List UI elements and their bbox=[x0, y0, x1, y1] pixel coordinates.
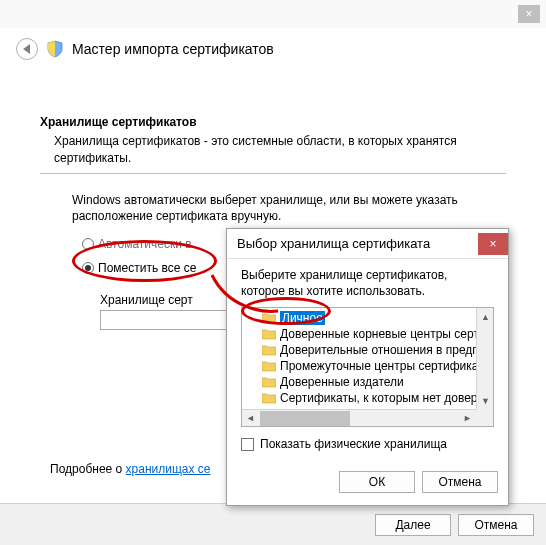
modal-cancel-button[interactable]: Отмена bbox=[422, 471, 498, 493]
modal-ok-button[interactable]: ОК bbox=[339, 471, 415, 493]
folder-icon bbox=[262, 393, 276, 404]
folder-icon bbox=[262, 345, 276, 356]
scroll-right-icon[interactable]: ► bbox=[459, 410, 476, 427]
wizard-footer: Далее Отмена bbox=[0, 503, 546, 545]
learn-link[interactable]: хранилищах се bbox=[126, 462, 211, 476]
tree-label: Промежуточные центры сертификации bbox=[280, 359, 494, 373]
tree-item-root-ca[interactable]: Доверенные корневые центры сертиф bbox=[242, 326, 493, 342]
tree-box: Личное Доверенные корневые центры сертиф… bbox=[241, 307, 494, 427]
section-title: Хранилище сертификатов bbox=[40, 115, 506, 129]
folder-icon bbox=[262, 329, 276, 340]
folder-icon bbox=[262, 377, 276, 388]
tree-item-enterprise-trust[interactable]: Доверительные отношения в предпри bbox=[242, 342, 493, 358]
tree-label: Доверенные издатели bbox=[280, 375, 404, 389]
next-button[interactable]: Далее bbox=[375, 514, 451, 536]
modal-title: Выбор хранилища сертификата bbox=[237, 236, 430, 251]
scroll-corner bbox=[476, 409, 493, 426]
wizard-header: Мастер импорта сертификатов bbox=[0, 28, 546, 60]
horizontal-scrollbar[interactable]: ◄ ► bbox=[242, 409, 476, 426]
learn-prefix: Подробнее о bbox=[50, 462, 126, 476]
tree-label: Доверенные корневые центры сертиф bbox=[280, 327, 494, 341]
annotation-connector bbox=[168, 253, 298, 323]
divider bbox=[40, 173, 506, 174]
tree-label: Сертификаты, к которым нет довери bbox=[280, 391, 484, 405]
scroll-left-icon[interactable]: ◄ bbox=[242, 410, 259, 427]
tree-label: Доверительные отношения в предпри bbox=[280, 343, 492, 357]
body-text: Windows автоматически выберет хранилище,… bbox=[72, 192, 506, 226]
modal-close-button[interactable]: × bbox=[478, 233, 508, 255]
back-arrow-icon bbox=[23, 44, 30, 54]
wizard-cancel-button[interactable]: Отмена bbox=[458, 514, 534, 536]
show-physical-checkbox[interactable] bbox=[241, 438, 254, 451]
show-physical-label: Показать физические хранилища bbox=[260, 437, 447, 451]
shield-icon bbox=[46, 40, 64, 58]
scroll-down-icon[interactable]: ▼ bbox=[477, 392, 494, 409]
tree-item-trusted-publishers[interactable]: Доверенные издатели bbox=[242, 374, 493, 390]
scroll-thumb[interactable] bbox=[260, 411, 350, 426]
outer-close-btn[interactable]: × bbox=[518, 5, 540, 23]
tree-item-intermediate-ca[interactable]: Промежуточные центры сертификации bbox=[242, 358, 493, 374]
vertical-scrollbar[interactable]: ▲ ▼ bbox=[476, 308, 493, 409]
back-button[interactable] bbox=[16, 38, 38, 60]
section-desc: Хранилища сертификатов - это системные о… bbox=[54, 133, 506, 167]
scroll-up-icon[interactable]: ▲ bbox=[477, 308, 494, 325]
tree-item-untrusted[interactable]: Сертификаты, к которым нет довери bbox=[242, 390, 493, 406]
wizard-title: Мастер импорта сертификатов bbox=[72, 41, 274, 57]
show-physical-row[interactable]: Показать физические хранилища bbox=[241, 437, 494, 451]
folder-icon bbox=[262, 361, 276, 372]
